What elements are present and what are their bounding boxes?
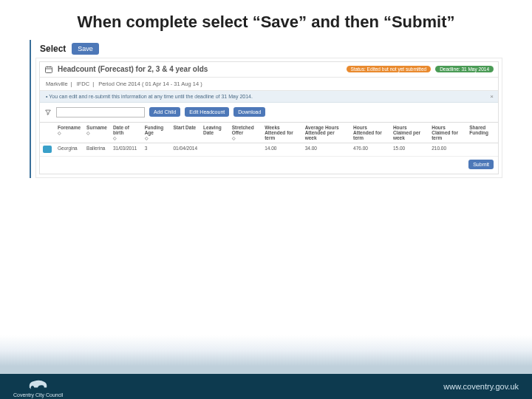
cell-start-date: 01/04/2014 [171, 143, 201, 156]
headcount-table: Forename◇ Surname◇ Date of birth◇ Fundin… [40, 122, 498, 157]
cell-hours-claimed-term: 210.00 [429, 143, 466, 156]
slide-title: When complete select “Save” and then “Su… [0, 0, 532, 40]
elephant-icon [26, 376, 51, 391]
close-icon[interactable]: × [490, 93, 494, 100]
table-row[interactable]: Georgina Ballerina 31/03/2011 3 01/04/20… [40, 143, 498, 156]
top-row: Select Save [35, 40, 502, 58]
screenshot-stage: Select Save Headcount (Forecast) for 2, … [30, 40, 502, 178]
org-name: Coventry City Council [13, 392, 63, 398]
col-hours-claimed-term[interactable]: Hours Claimed for term [429, 122, 466, 143]
org-logo: Coventry City Council [13, 376, 63, 398]
info-text: • You can edit and re-submit this inform… [46, 94, 253, 99]
cell-dob: 31/03/2011 [110, 143, 142, 156]
cell-avg-hours: 34.00 [302, 143, 350, 156]
save-button[interactable]: Save [72, 43, 99, 55]
footer: Coventry City Council www.coventry.gov.u… [0, 343, 532, 399]
search-input[interactable] [56, 107, 145, 117]
cell-forename: Georgina [55, 143, 83, 156]
cell-leaving-date [200, 143, 229, 156]
col-start-date[interactable]: Start Date [171, 122, 201, 143]
col-stretched-offer[interactable]: Stretched Offer◇ [229, 122, 262, 143]
svg-rect-0 [46, 66, 52, 72]
cell-stretched-offer [229, 143, 262, 156]
col-leaving-date[interactable]: Leaving Date [200, 122, 229, 143]
panel-subheader: Markville| IFDC| Period One 2014 ( 01 Ap… [40, 78, 498, 91]
col-funding-age[interactable]: Funding Age◇ [142, 122, 171, 143]
edit-headcount-button[interactable]: Edit Headcount [185, 107, 229, 117]
cell-surname: Ballerina [83, 143, 110, 156]
col-avg-hours[interactable]: Average Hours Attended per week [302, 122, 350, 143]
cell-hours-claimed: 15.00 [390, 143, 429, 156]
table-header-row: Forename◇ Surname◇ Date of birth◇ Fundin… [40, 122, 498, 143]
row-edit-icon[interactable] [43, 146, 52, 153]
info-banner: • You can edit and re-submit this inform… [40, 91, 498, 103]
col-hours-attended[interactable]: Hours Attended for term [350, 122, 390, 143]
col-forename[interactable]: Forename◇ [55, 122, 83, 143]
download-button[interactable]: Download [233, 107, 265, 117]
status-pill: Status: Edited but not yet submitted [347, 66, 432, 72]
panel-title: Headcount (Forecast) for 2, 3 & 4 year o… [58, 65, 342, 73]
type-label: IFDC [77, 81, 90, 87]
select-label: Select [40, 44, 66, 54]
add-child-button[interactable]: Add Child [149, 107, 180, 117]
col-surname[interactable]: Surname◇ [83, 122, 110, 143]
col-dob[interactable]: Date of birth◇ [110, 122, 142, 143]
footer-url: www.coventry.gov.uk [443, 382, 519, 391]
col-weeks-attended[interactable]: Weeks Attended for term [262, 122, 302, 143]
period-label: Period One 2014 ( 01 Apr 14 - 31 Aug 14 … [98, 81, 202, 87]
panel-header: Headcount (Forecast) for 2, 3 & 4 year o… [40, 62, 498, 78]
col-hours-claimed[interactable]: Hours Claimed per week [390, 122, 429, 143]
col-shared-funding[interactable]: Shared Funding [466, 122, 498, 143]
cell-weeks-attended: 14.00 [262, 143, 302, 156]
submit-button[interactable]: Submit [468, 160, 494, 169]
app-panel: Headcount (Forecast) for 2, 3 & 4 year o… [35, 58, 502, 178]
org-label: Markville [46, 81, 68, 87]
toolbar: Add Child Edit Headcount Download [40, 103, 498, 122]
cell-funding-age: 3 [142, 143, 171, 156]
calendar-icon [44, 65, 53, 74]
cell-shared-funding [466, 143, 498, 156]
filter-icon[interactable] [44, 109, 52, 116]
cell-hours-attended: 476.00 [350, 143, 390, 156]
deadline-pill: Deadline: 31 May 2014 [435, 66, 494, 72]
